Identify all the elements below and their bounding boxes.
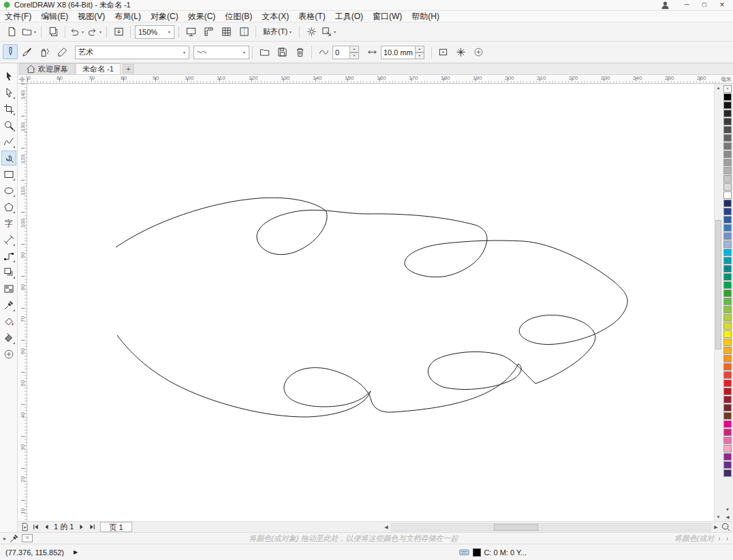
color-swatch[interactable] bbox=[723, 232, 732, 240]
zoom-tool[interactable] bbox=[1, 118, 16, 133]
drawing-canvas[interactable] bbox=[27, 84, 714, 521]
connector-tool[interactable] bbox=[1, 249, 16, 264]
menu-help[interactable]: 帮助(H) bbox=[407, 11, 444, 22]
color-swatch[interactable] bbox=[723, 257, 732, 264]
color-swatch[interactable] bbox=[723, 379, 732, 387]
color-swatch[interactable] bbox=[723, 191, 732, 199]
menu-tools[interactable]: 工具(O) bbox=[330, 11, 368, 22]
spin-up-button[interactable]: ▲ bbox=[416, 46, 424, 52]
ellipse-tool[interactable] bbox=[1, 183, 16, 198]
previous-page-button[interactable] bbox=[41, 523, 52, 532]
browse-preset-button[interactable] bbox=[255, 45, 273, 60]
fullscreen-preview-button[interactable] bbox=[182, 25, 200, 40]
color-eyedropper-tool[interactable] bbox=[1, 298, 16, 313]
color-swatch[interactable] bbox=[723, 273, 732, 281]
freehand-smoothing-spin[interactable]: 0 ▲▼ bbox=[332, 46, 359, 59]
horizontal-scroll-thumb[interactable] bbox=[494, 524, 538, 531]
application-launcher-button[interactable]: ▼ bbox=[320, 25, 338, 40]
color-swatch[interactable] bbox=[723, 183, 732, 191]
color-swatch[interactable] bbox=[723, 453, 732, 461]
show-grid-button[interactable] bbox=[217, 25, 235, 40]
palette-scroll-down-button[interactable]: ▼ bbox=[723, 506, 732, 514]
smoothing-value[interactable]: 0 bbox=[332, 46, 350, 59]
stroke-width-spin[interactable]: 10.0 mm ▲▼ bbox=[381, 46, 424, 59]
scroll-down-button[interactable]: ▼ bbox=[715, 513, 722, 521]
drop-shadow-tool[interactable] bbox=[1, 265, 16, 280]
menu-object[interactable]: 对象(C) bbox=[146, 11, 183, 22]
pick-tool[interactable] bbox=[1, 69, 16, 84]
color-swatch[interactable] bbox=[723, 240, 732, 248]
color-swatch[interactable] bbox=[723, 330, 732, 338]
color-swatch[interactable] bbox=[723, 469, 732, 477]
import-button[interactable] bbox=[110, 25, 127, 40]
maximize-button[interactable]: □ bbox=[696, 0, 713, 10]
preset-list-combo[interactable]: 艺术 ▼ bbox=[75, 46, 189, 59]
scroll-left-button[interactable]: ◀ bbox=[381, 525, 391, 530]
color-swatch[interactable] bbox=[723, 461, 732, 469]
account-icon[interactable] bbox=[660, 0, 678, 10]
redo-button[interactable]: ▼ bbox=[86, 25, 104, 40]
menu-table[interactable]: 表格(T) bbox=[294, 11, 330, 22]
color-swatch[interactable] bbox=[723, 265, 732, 273]
navigator-button[interactable] bbox=[721, 522, 733, 532]
ruler-origin-button[interactable] bbox=[18, 75, 27, 83]
brush-mode-button[interactable] bbox=[18, 45, 35, 60]
vertical-ruler[interactable]: 140130120110100908070605040302010 bbox=[18, 84, 27, 521]
delete-stroke-button[interactable] bbox=[291, 45, 309, 60]
color-swatch[interactable] bbox=[723, 118, 732, 125]
color-swatch[interactable] bbox=[723, 347, 732, 354]
smart-fill-tool[interactable] bbox=[1, 314, 16, 329]
color-swatch[interactable] bbox=[723, 437, 732, 444]
palette-scroll-chevron-2[interactable]: › bbox=[725, 535, 730, 542]
color-swatch[interactable] bbox=[723, 420, 732, 428]
freehand-curve-object[interactable] bbox=[116, 198, 627, 417]
color-swatch[interactable] bbox=[723, 151, 732, 158]
palette-expand-arrow[interactable]: ▸ bbox=[3, 535, 6, 542]
stroke-frame-button[interactable] bbox=[435, 45, 452, 60]
crop-tool[interactable] bbox=[1, 102, 16, 116]
scroll-up-button[interactable]: ▲ bbox=[715, 84, 722, 92]
color-swatch[interactable] bbox=[723, 93, 732, 101]
next-page-button[interactable] bbox=[76, 523, 87, 532]
freehand-tool[interactable] bbox=[1, 134, 16, 149]
color-swatch[interactable] bbox=[723, 445, 732, 452]
palette-scroll-chevron-1[interactable]: › bbox=[717, 535, 721, 542]
vertical-scrollbar[interactable]: ▲ ▼ bbox=[714, 84, 722, 521]
transparency-tool[interactable] bbox=[1, 281, 16, 296]
eyedropper-icon[interactable] bbox=[9, 533, 19, 544]
parallel-dimension-tool[interactable] bbox=[1, 232, 16, 247]
snap-to-button[interactable]: 贴齐(T)▼ bbox=[259, 25, 296, 40]
color-swatch[interactable] bbox=[723, 110, 732, 117]
color-swatch[interactable] bbox=[723, 322, 732, 330]
doc-palette-no-color-swatch[interactable]: × bbox=[22, 534, 33, 542]
add-page-button[interactable] bbox=[19, 523, 30, 532]
color-swatch[interactable] bbox=[723, 404, 732, 411]
spin-up-button[interactable]: ▲ bbox=[350, 46, 359, 52]
zoom-level-combo[interactable]: 150%▼ bbox=[135, 25, 174, 39]
color-swatch[interactable] bbox=[723, 249, 732, 256]
menu-file[interactable]: 文件(F) bbox=[0, 11, 36, 22]
save-stroke-button[interactable] bbox=[273, 45, 291, 60]
minimize-button[interactable]: ─ bbox=[678, 0, 696, 10]
scroll-right-button[interactable]: ▶ bbox=[711, 525, 721, 530]
color-swatch[interactable] bbox=[723, 102, 732, 109]
show-rulers-button[interactable] bbox=[200, 25, 217, 40]
calligraphic-mode-button[interactable] bbox=[53, 45, 71, 60]
options-button[interactable] bbox=[302, 25, 320, 40]
color-swatch[interactable] bbox=[723, 159, 732, 166]
horizontal-ruler[interactable]: 5060708090100110120130140150160170180190… bbox=[27, 75, 733, 83]
menu-layout[interactable]: 布局(L) bbox=[110, 11, 146, 22]
text-tool[interactable]: 字 bbox=[1, 216, 16, 231]
spin-down-button[interactable]: ▼ bbox=[416, 52, 424, 59]
play-icon[interactable]: ▶ bbox=[74, 549, 78, 555]
go-to-first-page-button[interactable] bbox=[30, 523, 41, 532]
scale-stroke-with-object-button[interactable] bbox=[452, 45, 470, 60]
color-swatch[interactable] bbox=[723, 208, 732, 215]
undo-button[interactable]: ▼ bbox=[68, 25, 86, 40]
menu-edit[interactable]: 编辑(E) bbox=[36, 11, 73, 22]
close-button[interactable]: × bbox=[713, 0, 731, 10]
color-swatch[interactable] bbox=[723, 363, 732, 371]
color-swatch[interactable] bbox=[723, 126, 732, 134]
more-tools-button[interactable] bbox=[1, 347, 16, 362]
copy-button[interactable] bbox=[44, 25, 62, 40]
